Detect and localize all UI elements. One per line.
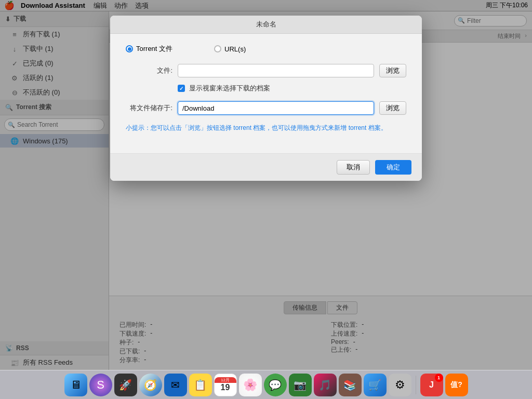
dock-divider bbox=[416, 376, 416, 394]
file-form-row: 文件: 浏览 bbox=[126, 64, 406, 77]
dock-badge-jd: 1 bbox=[435, 374, 443, 382]
dock-appstore[interactable]: 🛒 bbox=[364, 374, 387, 396]
file-input[interactable] bbox=[178, 64, 374, 77]
dock: 🖥 S 🚀 🧭 ✉ 📋 12月 19 🌸 💬 📷 🎵 📚 🛒 ⚙ J 1 bbox=[0, 370, 532, 399]
radio-row: Torrent 文件 URL(s) bbox=[126, 44, 406, 54]
file-label: 文件: bbox=[126, 66, 172, 75]
dock-safari[interactable]: 🧭 bbox=[139, 374, 162, 396]
radio-url-circle bbox=[214, 45, 221, 52]
radio-torrent-label: Torrent 文件 bbox=[136, 44, 172, 54]
save-form-row: 将文件储存于: 浏览 bbox=[126, 101, 406, 115]
dock-siri[interactable]: S bbox=[89, 374, 112, 396]
dock-music[interactable]: 🎵 bbox=[314, 374, 337, 396]
dock-jd[interactable]: J 1 bbox=[420, 374, 443, 396]
hint-text: 小提示：您可以点击「浏览」按钮选择 torrent 档案，也可以使用拖曳方式来新… bbox=[126, 123, 406, 132]
dock-calendar[interactable]: 12月 19 bbox=[214, 374, 237, 396]
dock-notes[interactable]: 📋 bbox=[189, 374, 212, 396]
dock-whatsbuy[interactable]: 值? bbox=[445, 374, 468, 396]
dock-settings[interactable]: ⚙ bbox=[389, 374, 411, 396]
dock-finder[interactable]: 🖥 bbox=[64, 374, 87, 396]
radio-torrent-circle bbox=[126, 45, 133, 52]
modal-overlay: 未命名 Torrent 文件 URL(s) 文件: 浏览 bbox=[0, 0, 532, 399]
save-path-input[interactable] bbox=[178, 101, 374, 115]
ok-button[interactable]: 确定 bbox=[375, 160, 411, 175]
modal-body: Torrent 文件 URL(s) 文件: 浏览 显示视窗来选择下载的档案 bbox=[110, 34, 422, 153]
radio-url-label: URL(s) bbox=[224, 45, 246, 53]
save-label: 将文件储存于: bbox=[126, 103, 172, 113]
modal-titlebar: 未命名 bbox=[110, 16, 422, 34]
browse-button-1[interactable]: 浏览 bbox=[379, 64, 406, 77]
modal-footer: 取消 确定 bbox=[110, 153, 422, 181]
dock-messages[interactable]: 💬 bbox=[264, 374, 287, 396]
dock-facetime[interactable]: 📷 bbox=[289, 374, 312, 396]
cancel-button[interactable]: 取消 bbox=[337, 160, 370, 175]
checkbox-row[interactable]: 显示视窗来选择下载的档案 bbox=[126, 84, 406, 93]
dock-launchpad[interactable]: 🚀 bbox=[114, 374, 137, 396]
modal-title: 未命名 bbox=[256, 20, 276, 28]
modal-dialog: 未命名 Torrent 文件 URL(s) 文件: 浏览 bbox=[110, 16, 422, 181]
show-window-checkbox[interactable] bbox=[178, 85, 185, 92]
radio-torrent[interactable]: Torrent 文件 bbox=[126, 44, 172, 54]
dock-books[interactable]: 📚 bbox=[339, 374, 362, 396]
dock-mail[interactable]: ✉ bbox=[164, 374, 187, 396]
dock-photos[interactable]: 🌸 bbox=[239, 374, 262, 396]
browse-button-2[interactable]: 浏览 bbox=[379, 101, 406, 115]
radio-url[interactable]: URL(s) bbox=[214, 45, 246, 53]
checkbox-label: 显示视窗来选择下载的档案 bbox=[189, 84, 270, 93]
